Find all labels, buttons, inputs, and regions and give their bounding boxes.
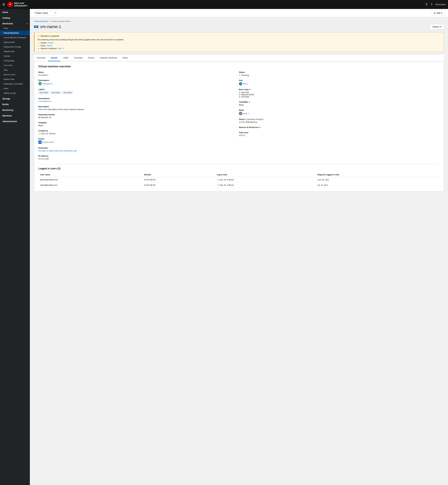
flavor-link[interactable]: Flavor — [48, 42, 54, 44]
domain-cell: 10.35.206.35 — [142, 177, 215, 183]
sidebar-item-daemon-sets[interactable]: Daemon Sets — [0, 72, 30, 77]
col-elapsed: Elapsed Logged in time — [316, 172, 440, 177]
node-badge: N — [239, 112, 242, 115]
node-link[interactable]: Node 1 — [243, 112, 249, 115]
tab-yaml[interactable]: YAML — [60, 55, 71, 61]
sidebar-item-affinity-groups[interactable]: Affinity Groups — [0, 91, 30, 95]
tab-overview[interactable]: Overview — [34, 55, 48, 61]
elapsed-cell: 11d, 2h, 42m — [316, 177, 440, 183]
sidebar-item-virtual-machine-templates[interactable]: Virtual Machine Templates — [0, 35, 30, 40]
boot-order-edit-icon[interactable]: ✏ — [249, 88, 251, 91]
section-divider — [38, 164, 440, 164]
vm-field-created: Created at 🕐 Dec 19, 3:08 pm — [38, 130, 239, 135]
disk-link[interactable]: Disk-1 — [47, 45, 53, 47]
label-tag[interactable]: key=value — [38, 91, 49, 94]
flavor-edit-icon[interactable]: ✏ — [245, 118, 247, 120]
add-button[interactable]: ⊕ Add ▾ — [432, 11, 444, 15]
vm-field-ip: IP Address 10.12.0.183 — [38, 155, 239, 160]
owner-link[interactable]: Fedora-30-04 — [42, 141, 54, 143]
vm-field-namespace: Namespace NS Namspace 1 — [38, 79, 239, 85]
table-row: tjelinek@redhat.com 10.35.206.35 🕐 Dec 1… — [38, 177, 440, 183]
sidebar-item-workloads[interactable]: Workloads ▾ — [0, 20, 30, 26]
vm-field-labels: Labels key=value key=value key=value — [38, 88, 239, 94]
project-selector[interactable]: Project: name — [33, 11, 57, 15]
sidebar-item-config-maps[interactable]: Config Maps — [0, 58, 30, 63]
sidebar-item-builds[interactable]: Builds — [0, 101, 30, 107]
logo: RED HATOPENSHIFT — [8, 2, 27, 7]
vm-field-hostname: Hostname osx-tiger-vm.apps.ostest.test.m… — [38, 147, 239, 152]
pod-badge: P — [239, 82, 242, 85]
tab-disks[interactable]: Disks — [120, 55, 130, 61]
sidebar-item-secrets[interactable]: Secrets — [0, 54, 30, 58]
logo-text: RED HATOPENSHIFT — [14, 2, 27, 7]
boot-order-item: 1. hard disk — [239, 91, 440, 94]
list-item: Network Interfaces › NIC-1 — [41, 47, 441, 50]
domain-cell: 10.35.206.35 — [142, 183, 215, 188]
question-icon: ⊕ — [434, 12, 436, 14]
sidebar-item-catalog[interactable]: Catalog — [0, 15, 30, 20]
boot-order-item: 3. CD-ROM — [239, 96, 440, 98]
vm-field-owner: Owner VM Fedora-30-04 — [38, 138, 239, 144]
vm-field-pod: Pod P Pod 1 — [239, 79, 440, 85]
tab-details[interactable]: Details — [48, 55, 60, 61]
topnav-icons: ⠿ ? First Last ▾ — [425, 3, 446, 6]
cdrom-edit-icon[interactable]: ✏ — [249, 101, 250, 103]
user-menu[interactable]: First Last ▾ — [435, 3, 446, 6]
devices-edit-icon[interactable]: ✏ — [259, 126, 261, 128]
sidebar-item-hpas[interactable]: HPAs — [0, 86, 30, 91]
sidebar-item-stateful-sets[interactable]: Stateful Sets — [0, 49, 30, 54]
sidebar-item-machines[interactable]: Machines — [0, 112, 30, 118]
sidebar-item-replication-controllers[interactable]: Replication Controllers — [0, 81, 30, 86]
user-name-cell: adavid@redhat.com — [38, 183, 142, 188]
sidebar-item-label: Home — [2, 11, 8, 13]
main-content: Project: name ⊕ Add ▾ Virtual machines >… — [30, 9, 448, 485]
sidebar-item-administration[interactable]: Administration — [0, 118, 30, 124]
sidebar-item-deployments[interactable]: Deployments — [0, 40, 30, 45]
users-table-header: User name Domain Log in time Elapsed Log… — [38, 172, 440, 177]
label-tag[interactable]: key=value — [50, 91, 61, 94]
nic-link[interactable]: NIC-1 — [58, 47, 64, 50]
tab-consoles[interactable]: Consoles — [71, 55, 85, 61]
vm-field-node: Node N Node 1 — [239, 109, 440, 115]
pod-link[interactable]: Pod 1 — [243, 83, 248, 85]
sidebar-item-storage[interactable]: Storage — [0, 95, 30, 101]
tab-network-interfaces[interactable]: Network Interfaces — [97, 55, 120, 61]
vm-field-name: Name vm-name-1 — [38, 71, 239, 76]
vm-name-value: vm-name-1 — [38, 74, 239, 76]
hostname-link[interactable]: osx-tiger-vm.apps.ostest.test.metalkube.… — [38, 150, 77, 152]
sidebar-item-virtual-machines[interactable]: Virtual Machines — [0, 31, 30, 35]
boot-order-item: 2. Network (PXE) — [239, 94, 440, 96]
sidebar-item-home[interactable]: Home — [0, 9, 30, 15]
status-value: Running — [242, 74, 249, 76]
sidebar-item-monitoring[interactable]: Monitoring — [0, 107, 30, 112]
help-icon[interactable]: ? — [431, 3, 432, 6]
table-row: adavid@redhat.com 10.35.206.35 🕐 Dec 29,… — [38, 183, 440, 188]
login-time-cell: 🕐 Dec 29, 3:08 pm — [215, 183, 316, 188]
windows-icon: ⊞ — [38, 116, 40, 119]
vm-field-boot-order: Boot order ✏ 1. hard disk 2. Network (PX… — [239, 88, 440, 98]
breadcrumb-parent[interactable]: Virtual machines — [34, 20, 48, 22]
actions-button[interactable]: Actions ▾ — [430, 24, 444, 29]
grid-icon[interactable]: ⠿ — [425, 3, 428, 6]
sidebar-item-pods[interactable]: Pods — [0, 26, 30, 31]
alert-banner: ⚠ Restart is required The following area… — [34, 32, 444, 52]
sidebar-item-jobs[interactable]: Jobs — [0, 68, 30, 72]
annotations-link[interactable]: 3 Annotations — [38, 100, 50, 103]
actions-chevron-icon: ▾ — [440, 25, 441, 28]
sidebar-item-deployment-configs[interactable]: Deployment Configs — [0, 45, 30, 49]
label-tag[interactable]: key=value — [62, 91, 73, 94]
topnav: ☰ RED HATOPENSHIFT ⠿ ? First Last ▾ — [0, 0, 448, 9]
user-chevron-icon: ▾ — [445, 3, 446, 6]
page-title-left: VM vm-name-1 — [34, 24, 61, 29]
alert-body: The following areas have pending changes… — [37, 39, 441, 41]
sidebar-item-cron-jobs[interactable]: Cron Jobs — [0, 63, 30, 68]
tab-events[interactable]: Events — [85, 55, 97, 61]
hamburger-icon[interactable]: ☰ — [2, 3, 5, 6]
namespace-link[interactable]: Namspace 1 — [42, 83, 53, 85]
sidebar-item-replica-sets[interactable]: Replica Sets — [0, 77, 30, 81]
sidebar: Home Catalog Workloads ▾ Pods Virtual Ma… — [0, 9, 30, 485]
annotations-edit-icon[interactable]: ✏ — [51, 100, 52, 103]
timezone-value: UTC+2 — [239, 134, 440, 136]
user-name: First Last — [435, 3, 444, 6]
namespace-badge: NS — [38, 82, 42, 85]
